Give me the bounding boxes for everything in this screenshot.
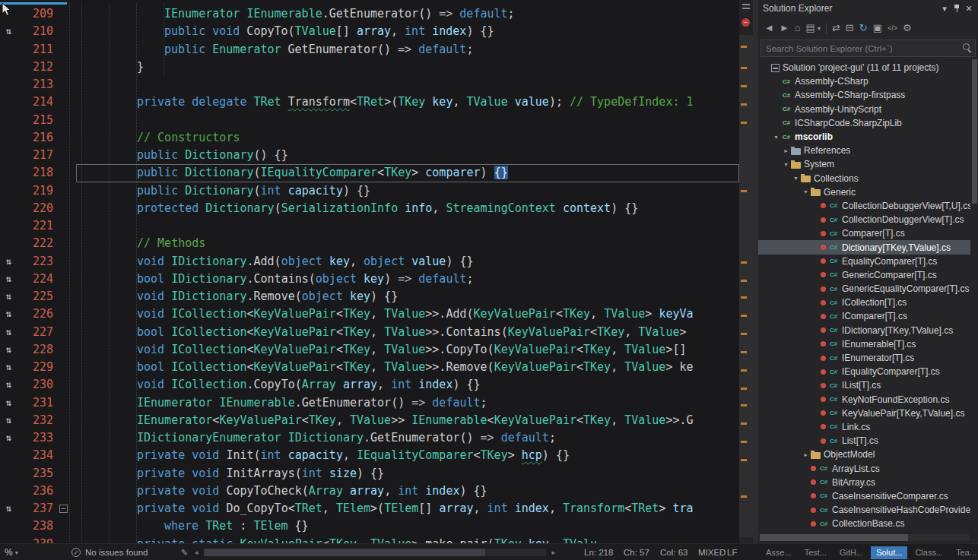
tree-expander-icon[interactable]: ▾ xyxy=(781,161,791,168)
code-text[interactable]: public Dictionary() {} xyxy=(76,147,739,164)
line-number[interactable]: 224 xyxy=(17,271,56,288)
code-line-219[interactable]: 219public Dictionary(int capacity) {} xyxy=(0,182,739,200)
line-number[interactable]: 213 xyxy=(17,76,56,93)
tree-item[interactable]: C#CollectionDebuggerView[T,U].cs xyxy=(758,199,970,213)
line-number[interactable]: 229 xyxy=(17,359,56,376)
updown-arrows-icon[interactable]: ⇅ xyxy=(0,412,17,429)
panel-horizontal-scrollbar[interactable] xyxy=(760,534,969,541)
tree-item[interactable]: C#KeyValuePair[TKey,TValue].cs xyxy=(758,407,970,420)
tree-item[interactable]: C#ArrayList.cs xyxy=(758,461,970,475)
bottom-tab[interactable]: Asse... xyxy=(760,546,797,559)
line-number[interactable]: 225 xyxy=(17,288,56,305)
error-indicator-icon[interactable]: – xyxy=(741,18,750,27)
code-text[interactable]: bool ICollection<KeyValuePair<TKey, TVal… xyxy=(76,324,739,341)
code-text[interactable]: private void InitArrays(int size) {} xyxy=(76,465,739,482)
forward-icon[interactable]: ► xyxy=(780,22,789,34)
chevron-down-icon[interactable]: ▾ xyxy=(818,25,821,32)
line-number[interactable]: 222 xyxy=(17,235,56,252)
code-line-237[interactable]: ⇅237–private void Do_CopyTo<TRet, TElem>… xyxy=(0,500,739,517)
code-text[interactable]: bool ICollection<KeyValuePair<TKey, TVal… xyxy=(76,359,739,376)
code-line-231[interactable]: ⇅231IEnumerator IEnumerable.GetEnumerato… xyxy=(0,394,739,412)
show-all-files-icon[interactable]: ▣ xyxy=(873,22,882,34)
code-line-239[interactable]: 239private static KeyValuePair<TKey, TVa… xyxy=(0,536,739,544)
tree-item[interactable]: C#Assembly-UnityScript xyxy=(758,103,970,116)
status-encoding[interactable]: MIXED xyxy=(698,544,726,560)
view-code-icon[interactable]: </> xyxy=(888,22,897,34)
code-line-235[interactable]: 235private void InitArrays(int size) {} xyxy=(0,465,739,482)
code-line-238[interactable]: 238where TRet : TElem {} xyxy=(0,517,739,535)
line-number[interactable]: 228 xyxy=(17,341,56,359)
code-line-230[interactable]: ⇅230void ICollection.CopyTo(Array array,… xyxy=(0,376,739,394)
bottom-tab[interactable]: Tea... xyxy=(951,546,978,559)
line-number[interactable]: 233 xyxy=(17,429,56,447)
updown-arrows-icon[interactable]: ⇅ xyxy=(0,376,17,394)
code-line-210[interactable]: ⇅210public void CopyTo(TValue[] array, i… xyxy=(0,23,739,40)
code-text[interactable] xyxy=(76,112,739,129)
line-number[interactable]: 231 xyxy=(17,394,56,412)
tree-item[interactable]: C#GenericEqualityComparer[T].cs xyxy=(758,282,970,296)
code-text[interactable]: public Enumerator GetEnumerator() => def… xyxy=(76,41,739,59)
code-line-236[interactable]: 236private void CopyToCheck(Array array,… xyxy=(0,482,739,500)
code-text[interactable]: void IDictionary.Add(object key, object … xyxy=(76,253,739,271)
panel-title-bar[interactable]: Solution Explorer ▾ × xyxy=(758,0,978,17)
code-text[interactable]: IEnumerator<KeyValuePair<TKey, TValue>> … xyxy=(76,412,739,429)
tree-expander-icon[interactable]: ▾ xyxy=(791,175,801,182)
line-number[interactable]: 223 xyxy=(17,253,56,271)
scrollbar-thumb[interactable] xyxy=(760,534,908,541)
line-number[interactable]: 238 xyxy=(17,517,56,535)
code-line-212[interactable]: 212} xyxy=(0,59,739,76)
tree-item[interactable]: Solution 'project-gui' (11 of 11 project… xyxy=(758,61,970,74)
collapse-all-icon[interactable]: ⊟ xyxy=(846,22,854,34)
editor-horizontal-scrollbar[interactable]: ◂ ▸ xyxy=(195,548,555,557)
updown-arrows-icon[interactable]: ⇅ xyxy=(0,23,17,40)
code-line-220[interactable]: 220protected Dictionary(SerializationInf… xyxy=(0,200,739,217)
tree-item[interactable]: C#CaseInsensitiveHashCodeProvider.cs xyxy=(758,503,970,517)
line-number[interactable]: 219 xyxy=(17,182,56,200)
tree-item[interactable]: C#Dictionary[TKey,TValue].cs xyxy=(758,240,970,254)
code-line-223[interactable]: ⇅223void IDictionary.Add(object key, obj… xyxy=(0,253,739,271)
code-text[interactable]: private void CopyToCheck(Array array, in… xyxy=(76,482,739,500)
scrollbar-thumb[interactable] xyxy=(739,35,753,537)
tree-item[interactable]: C#IEnumerable[T].cs xyxy=(758,337,970,351)
close-icon[interactable]: × xyxy=(963,2,975,14)
updown-arrows-icon[interactable]: ⇅ xyxy=(0,305,17,323)
bottom-tab[interactable]: Solut... xyxy=(871,546,907,559)
tree-item[interactable]: C#CollectionBase.cs xyxy=(758,517,970,530)
tree-item[interactable]: C#KeyNotFoundException.cs xyxy=(758,393,970,407)
code-line-216[interactable]: 216// Constructors xyxy=(0,129,739,147)
switch-views-icon[interactable]: ▤ xyxy=(806,22,815,34)
tree-expander-icon[interactable]: ▸ xyxy=(801,451,811,458)
code-text[interactable]: IDictionaryEnumerator IDictionary.GetEnu… xyxy=(76,429,739,447)
home-icon[interactable]: ⌂ xyxy=(795,22,801,34)
code-line-226[interactable]: ⇅226void ICollection<KeyValuePair<TKey, … xyxy=(0,305,739,323)
line-number[interactable]: 232 xyxy=(17,412,56,429)
code-line-211[interactable]: 211public Enumerator GetEnumerator() => … xyxy=(0,41,739,59)
code-text[interactable]: private void Init(int capacity, IEqualit… xyxy=(76,447,739,464)
code-text[interactable]: private delegate TRet Transform<TRet>(TK… xyxy=(76,93,739,111)
line-number[interactable]: 215 xyxy=(17,112,56,129)
code-line-217[interactable]: 217public Dictionary() {} xyxy=(0,147,739,164)
properties-icon[interactable]: ⚙ xyxy=(903,22,912,34)
tree-item[interactable]: C#IDictionary[TKey,TValue].cs xyxy=(758,324,970,337)
code-text[interactable]: where TRet : TElem {} xyxy=(76,517,739,535)
panel-vertical-scrollbar[interactable] xyxy=(972,59,977,204)
code-text[interactable]: void ICollection<KeyValuePair<TKey, TVal… xyxy=(76,341,739,359)
refresh-icon[interactable]: ↻ xyxy=(859,22,868,34)
bottom-tab[interactable]: GitH... xyxy=(834,546,868,559)
code-line-225[interactable]: ⇅225void IDictionary.Remove(object key) … xyxy=(0,288,739,305)
code-line-229[interactable]: ⇅229bool ICollection<KeyValuePair<TKey, … xyxy=(0,359,739,376)
updown-arrows-icon[interactable]: ⇅ xyxy=(0,324,17,341)
code-text[interactable]: // Constructors xyxy=(76,129,739,147)
line-number[interactable]: 216 xyxy=(17,129,56,147)
back-icon[interactable]: ◄ xyxy=(764,22,774,34)
search-icon[interactable] xyxy=(963,43,970,50)
code-text[interactable]: void IDictionary.Remove(object key) {} xyxy=(76,288,739,305)
line-number[interactable]: 221 xyxy=(17,217,56,235)
code-line-224[interactable]: ⇅224bool IDictionary.Contains(object key… xyxy=(0,271,739,288)
tree-item[interactable]: C#ICSharpCode.SharpZipLib xyxy=(758,116,970,130)
tree-item[interactable]: ▸ObjectModel xyxy=(758,448,970,461)
line-number[interactable]: 218 xyxy=(17,164,56,182)
code-line-214[interactable]: 214private delegate TRet Transform<TRet>… xyxy=(0,93,739,111)
line-number[interactable]: 226 xyxy=(17,305,56,323)
code-line-222[interactable]: 222// Methods xyxy=(0,235,739,252)
